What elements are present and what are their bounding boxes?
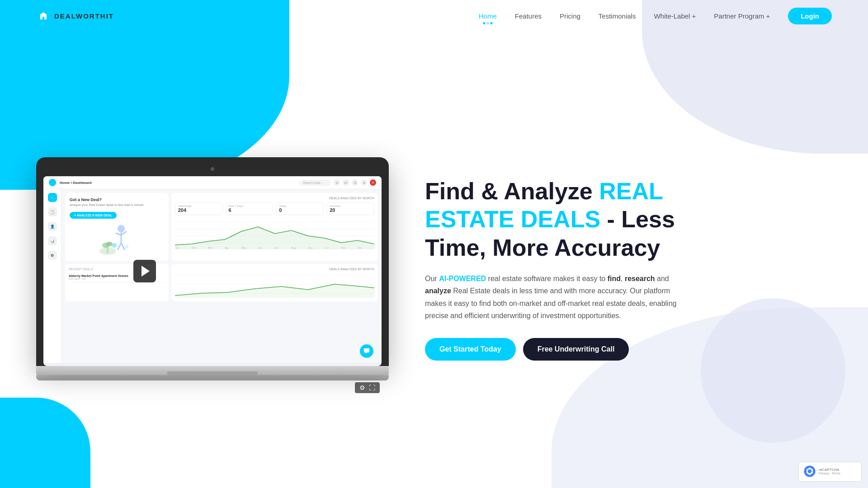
screen-icon-3: ☰ xyxy=(352,179,358,186)
fullscreen-control-icon[interactable]: ⛶ xyxy=(369,384,375,391)
laptop-outer: Home / Dashboard Search Deal... ✉ p1 ☰ ⚙… xyxy=(36,157,389,366)
screen-nav-icons: Search Deal... ✉ p1 ☰ ⚙ D xyxy=(299,179,376,186)
screen-chart-area: Jan Feb Mar Apr May Jun Jul Aug Sep xyxy=(175,218,374,249)
settings-control-icon[interactable]: ⚙ xyxy=(359,384,365,391)
chat-bubble[interactable] xyxy=(360,344,373,358)
svg-text:Nov: Nov xyxy=(341,247,346,249)
screen-icon-5: D xyxy=(370,179,376,186)
logo-text: DEALWORTHIT xyxy=(54,12,114,20)
nav-link-features[interactable]: Features xyxy=(515,12,542,20)
recaptcha-icon xyxy=(803,465,816,478)
svg-line-5 xyxy=(121,243,125,250)
nav-logo[interactable]: DEALWORTHIT xyxy=(36,9,114,23)
hero-desc-find: find xyxy=(608,275,621,282)
sidebar-icon-home: ⌂ xyxy=(48,193,57,202)
nav-link-testimonials[interactable]: Testimonials xyxy=(599,12,636,20)
svg-text:Jun: Jun xyxy=(258,247,263,249)
screen-icon-1: ✉ xyxy=(334,179,340,186)
recaptcha-links: Privacy · Terms xyxy=(819,472,840,475)
cta-buttons: Get Started Today Free Underwriting Call xyxy=(425,338,678,361)
screen-stats: Total Deals 204 Past 7 Days 6 Today xyxy=(175,202,374,215)
svg-point-34 xyxy=(808,469,811,473)
screen-new-deal-title: Got a New Deal? xyxy=(70,197,164,202)
screen-illustration xyxy=(70,221,164,257)
laptop-mockup: Home / Dashboard Search Deal... ✉ p1 ☰ ⚙… xyxy=(36,157,389,380)
play-button[interactable] xyxy=(133,260,156,282)
screen-bottom-row: RECENT DEALS Abberly Market Point Apartm… xyxy=(65,264,378,301)
screen-stat-week-value: 6 xyxy=(229,207,270,213)
nav-link-white-label[interactable]: White-Label + xyxy=(654,12,696,20)
screen-stat-week: Past 7 Days 6 xyxy=(226,202,274,215)
nav-links: Home Features Pricing Testimonials White… xyxy=(479,8,832,24)
get-started-button[interactable]: Get Started Today xyxy=(425,338,516,361)
hero-desc-body: real estate software makes it easy to xyxy=(486,275,608,282)
free-underwriting-button[interactable]: Free Underwriting Call xyxy=(523,338,629,361)
hero-description: Our AI-POWERED real estate software make… xyxy=(425,272,678,322)
play-triangle-icon xyxy=(142,266,150,277)
video-play-overlay[interactable] xyxy=(133,260,156,282)
login-button[interactable]: Login xyxy=(788,8,832,24)
svg-text:May: May xyxy=(241,247,247,249)
svg-text:Oct: Oct xyxy=(325,247,329,249)
laptop-stand xyxy=(36,375,389,380)
laptop-camera xyxy=(211,167,214,171)
screen-body: ⌂ 📋 👤 📊 ⚙ Got a New Deal? A xyxy=(43,189,382,363)
svg-text:Aug: Aug xyxy=(291,247,296,249)
svg-text:Jan: Jan xyxy=(175,247,179,249)
hero-desc-analyze: analyze xyxy=(425,287,451,295)
svg-marker-16 xyxy=(175,227,374,249)
hero-desc-accent: AI-POWERED xyxy=(439,275,486,282)
logo-icon xyxy=(36,9,51,23)
svg-point-10 xyxy=(112,243,117,248)
svg-text:Feb: Feb xyxy=(191,247,196,249)
screen-navbar: Home / Dashboard Search Deal... ✉ p1 ☰ ⚙… xyxy=(43,176,382,189)
laptop-camera-area xyxy=(43,164,382,173)
recaptcha-logo: reCAPTCHA Privacy · Terms xyxy=(803,465,857,478)
main-content: Home / Dashboard Search Deal... ✉ p1 ☰ ⚙… xyxy=(0,32,868,488)
laptop-base xyxy=(36,366,389,375)
screen-logo xyxy=(49,179,56,186)
screen-stat-today: Today 0 xyxy=(276,202,324,215)
svg-text:Dec: Dec xyxy=(358,247,363,249)
hero-title-part1: Find & Analyze xyxy=(425,178,599,204)
screen-stat-archived-value: 20 xyxy=(330,207,371,213)
recaptcha-label: reCAPTCHA xyxy=(819,468,840,472)
screen-sidebar: ⌂ 📋 👤 📊 ⚙ xyxy=(43,189,61,363)
svg-point-11 xyxy=(125,245,128,249)
nav-link-home[interactable]: Home xyxy=(479,12,497,20)
screen-chart-header: DEALS ANALYZED BY MONTH xyxy=(175,197,374,200)
svg-marker-32 xyxy=(175,284,374,298)
sidebar-icon-settings: ⚙ xyxy=(48,251,57,260)
screen-chart-card: DEALS ANALYZED BY MONTH Total Deals 204 … xyxy=(171,193,378,261)
sidebar-icon-deals: 📋 xyxy=(48,207,57,216)
svg-line-2 xyxy=(116,233,121,235)
screen-analyze-btn[interactable]: + ANALYZE A NEW DEAL xyxy=(70,212,117,219)
screen-icon-4: ⚙ xyxy=(361,179,367,186)
screen-stat-archived: Archived 20 xyxy=(326,202,374,215)
svg-text:Apr: Apr xyxy=(225,247,229,249)
recaptcha-badge: reCAPTCHA Privacy · Terms xyxy=(798,462,862,482)
svg-text:Sep: Sep xyxy=(308,247,313,249)
screen-stat-today-value: 0 xyxy=(279,207,321,213)
screen-breadcrumb: Home / Dashboard xyxy=(60,181,92,185)
laptop-screen: Home / Dashboard Search Deal... ✉ p1 ☰ ⚙… xyxy=(43,176,382,366)
screen-new-deal-card: Got a New Deal? Analyze your Real Estate… xyxy=(65,193,169,261)
svg-line-4 xyxy=(118,243,121,250)
screen-top-row: Got a New Deal? Analyze your Real Estate… xyxy=(65,193,378,261)
hero-desc-rest: Real Estate deals in less time and with … xyxy=(425,287,676,319)
nav-link-pricing[interactable]: Pricing xyxy=(560,12,580,20)
hero-desc-prefix: Our xyxy=(425,275,439,282)
svg-point-0 xyxy=(118,225,125,232)
hero-desc-research: research xyxy=(625,275,655,282)
nav-link-partner[interactable]: Partner Program + xyxy=(714,12,770,20)
hero-content: Find & Analyze REAL ESTATE DEALS - Less … xyxy=(425,177,678,361)
screen-icon-2: p1 xyxy=(343,179,349,186)
screen-chart-header-2: DEALS ANALYZED BY MONTH xyxy=(175,267,374,271)
screen-chart-card-2: DEALS ANALYZED BY MONTH xyxy=(171,264,378,301)
hero-title: Find & Analyze REAL ESTATE DEALS - Less … xyxy=(425,177,678,262)
controls-bar: ⚙ ⛶ xyxy=(355,382,380,393)
svg-text:Mar: Mar xyxy=(208,247,212,249)
screen-new-deal-subtitle: Analyze your Real Estate deals in less t… xyxy=(70,203,164,206)
svg-point-9 xyxy=(106,242,113,246)
screen-main-area: Got a New Deal? Analyze your Real Estate… xyxy=(61,189,382,363)
